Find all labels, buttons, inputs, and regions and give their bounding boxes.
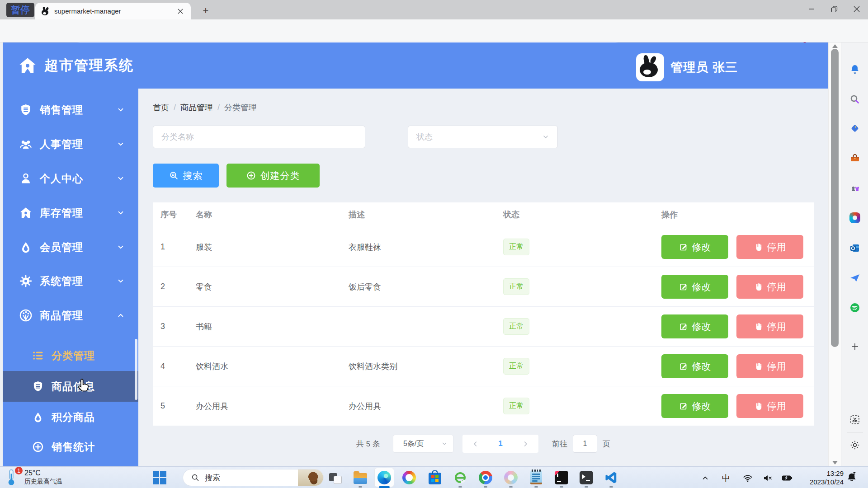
page-unit-label: 页 bbox=[603, 439, 610, 449]
table-row: 5 办公用具 办公用具 正常 修改 停用 bbox=[153, 386, 814, 426]
sidebar-label: 个人中心 bbox=[40, 172, 117, 186]
edit-button[interactable]: 修改 bbox=[661, 275, 728, 299]
disable-button[interactable]: 停用 bbox=[736, 275, 803, 299]
minimize-icon[interactable] bbox=[800, 0, 823, 18]
photos-icon[interactable] bbox=[400, 469, 418, 487]
scrollbar-thumb[interactable] bbox=[831, 49, 839, 347]
tray-chevron-up-icon[interactable] bbox=[700, 473, 711, 483]
table-row: 3 书籍 正常 修改 停用 bbox=[153, 307, 814, 347]
clock[interactable]: 13:29 2023/10/24 bbox=[810, 469, 844, 487]
submenu-item-category[interactable]: 分类管理 bbox=[3, 340, 138, 371]
submenu-item-points-goods[interactable]: 积分商品 bbox=[3, 402, 138, 432]
task-view-icon[interactable] bbox=[326, 469, 344, 487]
current-page[interactable]: 1 bbox=[498, 439, 502, 448]
category-name-input[interactable]: 分类名称 bbox=[153, 126, 365, 148]
breadcrumb-current: 分类管理 bbox=[224, 102, 257, 113]
sidebar-item-goods[interactable]: 商品管理 bbox=[3, 302, 138, 328]
tools-icon[interactable] bbox=[849, 152, 861, 164]
edge-taskbar-icon[interactable] bbox=[375, 469, 393, 487]
scroll-down-arrow[interactable] bbox=[832, 461, 838, 465]
microsoft-store-icon[interactable] bbox=[426, 469, 444, 487]
disable-button[interactable]: 停用 bbox=[736, 394, 803, 418]
per-page-select[interactable]: 5条/页 bbox=[393, 435, 453, 453]
submenu-item-goods-info[interactable]: 商品信息 bbox=[3, 371, 138, 402]
office-icon[interactable] bbox=[849, 212, 861, 224]
battery-charging-icon[interactable] bbox=[782, 473, 793, 483]
chrome-icon[interactable] bbox=[476, 469, 495, 487]
submenu-label: 分类管理 bbox=[52, 349, 95, 363]
restore-icon[interactable] bbox=[823, 0, 845, 18]
outlook-icon[interactable] bbox=[849, 242, 861, 254]
ime-indicator[interactable]: 中 bbox=[721, 473, 731, 483]
search-button[interactable]: 搜索 bbox=[153, 164, 219, 188]
browser-tab[interactable]: supermarket-manager bbox=[35, 3, 191, 19]
close-icon[interactable] bbox=[845, 0, 868, 18]
create-category-button[interactable]: 创建分类 bbox=[226, 164, 320, 188]
edit-icon bbox=[679, 282, 688, 291]
terminal-icon[interactable] bbox=[577, 469, 595, 487]
disable-button[interactable]: 停用 bbox=[736, 235, 803, 259]
next-page-icon[interactable] bbox=[522, 441, 529, 447]
gear-icon bbox=[19, 274, 33, 288]
weather-desc: 历史最高气温 bbox=[24, 478, 62, 486]
drop-paper-plane-icon[interactable] bbox=[849, 272, 861, 284]
sidebar-search-icon[interactable] bbox=[849, 94, 861, 105]
360-browser-icon[interactable] bbox=[451, 469, 469, 487]
start-button[interactable] bbox=[151, 469, 169, 487]
prev-page-icon[interactable] bbox=[472, 441, 479, 447]
shopping-icon[interactable] bbox=[849, 122, 861, 134]
submenu-item-sales-stats[interactable]: 销售统计 bbox=[3, 432, 138, 462]
taskbar-search[interactable]: 搜索 bbox=[183, 469, 324, 486]
disable-button[interactable]: 停用 bbox=[736, 314, 803, 338]
breadcrumb-section[interactable]: 商品管理 bbox=[180, 102, 213, 113]
sidebar-item-hr[interactable]: 人事管理 bbox=[3, 131, 138, 157]
weather-badge: 1 bbox=[15, 467, 23, 474]
browser-tabstrip: 暂停 supermarket-manager + bbox=[0, 0, 868, 19]
navicat-icon[interactable] bbox=[502, 469, 520, 487]
edit-button[interactable]: 修改 bbox=[661, 235, 728, 259]
vscode-icon[interactable] bbox=[602, 469, 620, 487]
status-select[interactable]: 状态 bbox=[408, 126, 558, 148]
chevron-down-icon bbox=[117, 243, 125, 251]
add-to-sidebar-icon[interactable] bbox=[849, 341, 861, 352]
tab-close-icon[interactable] bbox=[175, 6, 185, 16]
sidebar-scroll-thumb[interactable] bbox=[135, 339, 137, 400]
volume-muted-icon[interactable] bbox=[762, 473, 773, 483]
intellij-icon[interactable] bbox=[552, 469, 571, 487]
search-highlight-image[interactable] bbox=[298, 469, 323, 486]
wifi-icon[interactable] bbox=[742, 473, 753, 483]
games-icon[interactable] bbox=[849, 182, 861, 194]
user-name: 管理员 张三 bbox=[670, 59, 738, 75]
edit-icon bbox=[679, 322, 688, 331]
goto-page-input[interactable] bbox=[573, 435, 597, 453]
notification-bell-dnd-icon[interactable] bbox=[846, 472, 857, 483]
sidebar-item-inventory[interactable]: 库存管理 bbox=[3, 200, 138, 226]
sidebar-item-members[interactable]: 会员管理 bbox=[3, 234, 138, 260]
chevron-down-icon bbox=[117, 106, 125, 114]
user-avatar-rabbit-icon bbox=[636, 53, 664, 81]
edit-button[interactable]: 修改 bbox=[661, 314, 728, 338]
notepad-icon[interactable] bbox=[527, 469, 545, 487]
sidebar-item-sales[interactable]: 销售管理 bbox=[3, 97, 138, 123]
user-box[interactable]: 管理员 张三 bbox=[636, 53, 738, 81]
screenshot-icon[interactable] bbox=[849, 414, 861, 426]
disable-button[interactable]: 停用 bbox=[736, 354, 803, 378]
edit-button[interactable]: 修改 bbox=[661, 354, 728, 378]
goods-globe-icon bbox=[19, 309, 33, 322]
col-header-desc: 描述 bbox=[349, 209, 503, 220]
warehouse-icon bbox=[19, 206, 33, 220]
sidebar-item-profile[interactable]: 个人中心 bbox=[3, 165, 138, 192]
sidebar-item-system[interactable]: 系统管理 bbox=[3, 268, 138, 294]
cell-name: 书籍 bbox=[196, 321, 349, 332]
new-tab-button[interactable]: + bbox=[199, 5, 212, 17]
page-scrollbar[interactable] bbox=[828, 42, 841, 466]
spotify-icon[interactable] bbox=[849, 302, 861, 314]
sidebar: 销售管理 人事管理 个人中心 库存管理 bbox=[3, 89, 138, 466]
settings-gear-icon[interactable] bbox=[849, 439, 861, 451]
notifications-bell-icon[interactable] bbox=[849, 63, 861, 75]
weather-widget[interactable]: 1 25°C 历史最高气温 bbox=[5, 469, 62, 486]
scroll-up-arrow[interactable] bbox=[832, 44, 838, 48]
edit-button[interactable]: 修改 bbox=[661, 394, 728, 418]
breadcrumb-home[interactable]: 首页 bbox=[153, 102, 169, 113]
file-explorer-icon[interactable] bbox=[351, 469, 369, 487]
